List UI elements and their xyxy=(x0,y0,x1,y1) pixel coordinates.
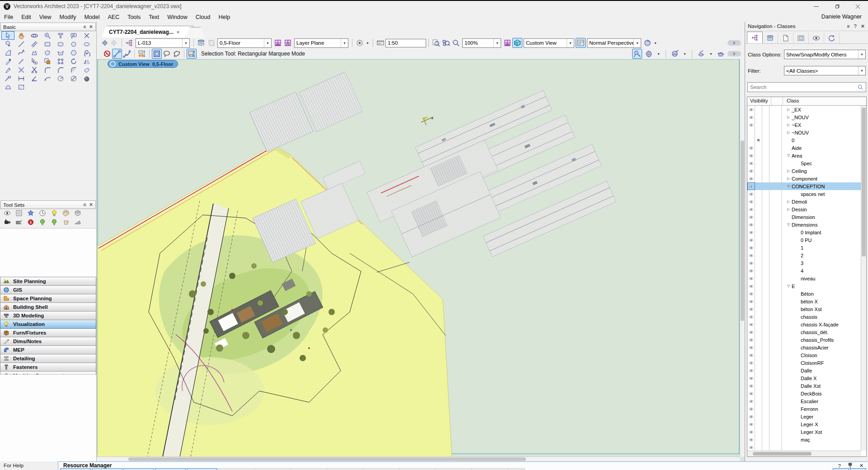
visibility-eye-cell[interactable] xyxy=(747,436,755,443)
tab-close-icon[interactable]: × xyxy=(177,29,179,35)
visibility-eye-cell[interactable] xyxy=(747,228,755,236)
document-tab[interactable]: CYT7-2204_danielewag... × xyxy=(101,26,193,37)
tool-set-3d-modeling[interactable]: 3D Modeling xyxy=(0,312,96,320)
text-tool-button[interactable] xyxy=(54,31,67,40)
green-light-tool-icon[interactable] xyxy=(37,218,48,227)
visibility-eye-cell[interactable] xyxy=(747,313,755,321)
visibility-eye-cell[interactable] xyxy=(747,236,755,244)
class-tree-row[interactable]: ▷Component xyxy=(747,175,861,182)
visibility-invisible-cell[interactable] xyxy=(762,236,769,244)
class-tree-row[interactable]: Escalier xyxy=(747,397,861,405)
visibility-grey-cell[interactable] xyxy=(755,413,762,420)
selection-tool-button[interactable] xyxy=(1,31,14,40)
visibility-eye-cell[interactable] xyxy=(747,344,755,351)
visibility-eye-cell[interactable] xyxy=(747,290,755,298)
move-by-points-tool-button[interactable] xyxy=(1,74,14,83)
tool-set-dims-notes[interactable]: Dims/Notes xyxy=(0,337,96,346)
class-tree-row[interactable]: DeckBois xyxy=(747,390,861,397)
visibility-invisible-cell[interactable] xyxy=(762,328,769,336)
visibility-invisible-cell[interactable] xyxy=(762,290,769,298)
class-tree-row[interactable]: Cloison xyxy=(747,351,861,359)
class-tree-row[interactable]: maç xyxy=(747,436,861,443)
visibility-grey-cell[interactable]: ✕ xyxy=(755,136,762,144)
layer-select[interactable]: L-013▼ xyxy=(136,38,190,48)
visibility-grey-cell[interactable] xyxy=(755,159,762,167)
visibility-eye-cell[interactable] xyxy=(747,167,755,175)
visibility-grey-cell[interactable] xyxy=(755,298,762,305)
zoom-select[interactable]: 100%▼ xyxy=(462,38,501,48)
visibility-eye-cell[interactable] xyxy=(747,205,755,213)
visibility-eye-cell[interactable] xyxy=(747,251,755,259)
tool-set-mep[interactable]: MEP xyxy=(0,346,96,354)
zoom-tool-button[interactable] xyxy=(41,31,54,40)
visibility-eye-cell[interactable] xyxy=(747,359,755,367)
visibility-eye-cell[interactable] xyxy=(747,275,755,282)
resize-tool-button[interactable] xyxy=(67,65,80,74)
visibility-grey-cell[interactable] xyxy=(755,351,762,359)
visibility-invisible-cell[interactable] xyxy=(762,282,769,290)
disable-snapping-icon[interactable] xyxy=(102,49,112,59)
visibility-grey-cell[interactable] xyxy=(755,251,762,259)
menu-item-model[interactable]: Model xyxy=(80,13,103,21)
class-tree-row[interactable]: Dimension xyxy=(747,213,861,221)
tree-expander-icon[interactable]: ▷ xyxy=(785,123,792,127)
projection-select[interactable]: Normal Perspective▼ xyxy=(587,38,641,48)
minimize-button[interactable] xyxy=(806,1,826,12)
visibility-eye-cell[interactable] xyxy=(747,152,755,159)
tool-set-fasteners[interactable]: Fasteners xyxy=(0,363,96,372)
visibility-eye-cell[interactable] xyxy=(747,198,755,205)
view-select[interactable]: Custom View▼ xyxy=(524,38,574,48)
resource-manager-bar[interactable]: Resource Manager ? ✕ xyxy=(58,461,868,470)
line-tool-button[interactable] xyxy=(14,40,28,48)
visibility-grey-cell[interactable] xyxy=(755,236,762,244)
visibility-eye-cell[interactable] xyxy=(747,420,755,428)
visibility-grey-cell[interactable] xyxy=(755,221,762,228)
class-tree-row[interactable]: Leger Xst xyxy=(747,428,861,436)
class-tree-row[interactable]: chassis_Profils xyxy=(747,336,861,344)
viewport-icon[interactable] xyxy=(576,38,586,48)
visibility-invisible-cell[interactable] xyxy=(762,359,769,367)
tree-expander-icon[interactable]: ▽ xyxy=(785,223,792,227)
render-mode-icon[interactable] xyxy=(643,38,652,48)
tree-expander-icon[interactable]: ▷ xyxy=(785,177,792,181)
visibility-invisible-cell[interactable] xyxy=(762,182,769,190)
class-tree-row[interactable]: chassis X-façade xyxy=(747,321,861,328)
class-tree-row[interactable]: Dalle Xst xyxy=(747,382,861,390)
mirror-tool-button[interactable] xyxy=(80,57,93,65)
tree-expander-icon[interactable]: ▷ xyxy=(785,169,792,173)
teapot-render-icon[interactable] xyxy=(716,49,726,59)
regular-polygon-tool-button[interactable] xyxy=(67,48,80,57)
visibility-eye-cell[interactable] xyxy=(747,259,755,267)
palette-menu-icon[interactable]: ≡ xyxy=(83,202,86,208)
class-options-icon[interactable] xyxy=(273,38,283,48)
class-tree-row[interactable]: Leger xyxy=(747,413,861,420)
tree-vertical-scrollbar[interactable] xyxy=(861,106,866,451)
classes-tab-icon[interactable] xyxy=(747,32,763,43)
class-tree-row[interactable]: Spec xyxy=(747,159,861,167)
class-tree-row[interactable]: ▷~NOUV xyxy=(747,129,861,136)
class-search-box[interactable] xyxy=(747,82,866,92)
view-eye-dropdown-icon[interactable]: ▼ xyxy=(365,38,371,47)
wedge-tool-icon[interactable] xyxy=(72,218,84,227)
arc-dimension-tool-button[interactable] xyxy=(41,74,54,83)
visibility-grey-cell[interactable] xyxy=(755,382,762,390)
visibility-grey-cell[interactable] xyxy=(755,205,762,213)
visibility-invisible-cell[interactable] xyxy=(762,321,769,328)
visibility-invisible-cell[interactable] xyxy=(762,221,769,228)
gear-dropdown-icon[interactable]: ▼ xyxy=(656,49,662,58)
render-mode-dropdown-icon[interactable]: ▼ xyxy=(652,38,658,47)
visibility-grey-cell[interactable] xyxy=(755,182,762,190)
section-cut-icon[interactable] xyxy=(696,49,706,59)
story-select[interactable]: 0,5-Floor▼ xyxy=(217,38,272,48)
class-tree-row[interactable]: ▷Démoli xyxy=(747,198,861,205)
tree-expander-icon[interactable]: ▷ xyxy=(785,115,792,119)
freehand-tool-button[interactable] xyxy=(14,48,28,57)
menu-item-edit[interactable]: Edit xyxy=(17,13,35,21)
canvas-vertical-scrollbar[interactable] xyxy=(740,59,745,457)
trim-tool-button[interactable] xyxy=(28,65,41,74)
extract-tool-button[interactable] xyxy=(1,40,14,48)
visibility-grey-cell[interactable] xyxy=(755,167,762,175)
marquee-3d-mode-icon[interactable] xyxy=(187,49,197,59)
visibility-invisible-cell[interactable] xyxy=(762,351,769,359)
rectangular-marquee-mode-icon[interactable] xyxy=(152,49,162,59)
